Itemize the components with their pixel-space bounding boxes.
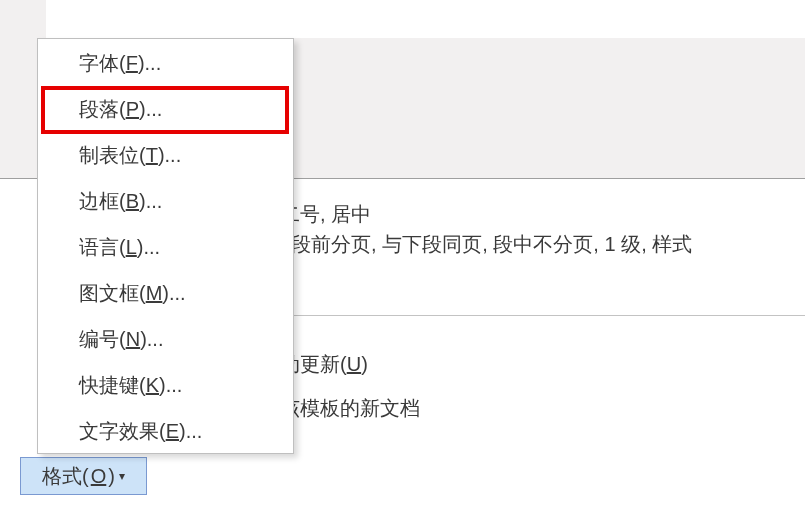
separator-line xyxy=(248,315,805,316)
format-button-label-post: ) xyxy=(108,465,115,488)
style-description-line-1: 整二号, 居中 xyxy=(260,201,805,228)
menu-item-border-hotkey: B xyxy=(126,190,139,213)
auto-update-label-post: ) xyxy=(361,353,368,375)
based-on-option[interactable]: 于该模板的新文档 xyxy=(260,395,805,422)
menu-item-font-post: )... xyxy=(138,52,161,75)
menu-item-text-effects[interactable]: 文字效果(E)... xyxy=(39,409,292,453)
auto-update-hotkey: U xyxy=(347,353,361,375)
menu-item-frame-pre: 图文框( xyxy=(79,280,146,307)
style-description-line-2: 行, 段前分页, 与下段同页, 段中不分页, 1 级, 样式 xyxy=(260,231,805,258)
menu-item-border-pre: 边框( xyxy=(79,188,126,215)
menu-item-language-post: )... xyxy=(137,236,160,259)
menu-item-border-post: )... xyxy=(139,190,162,213)
menu-item-numbering-post: )... xyxy=(140,328,163,351)
menu-item-language[interactable]: 语言(L)... xyxy=(39,225,292,269)
menu-item-numbering[interactable]: 编号(N)... xyxy=(39,317,292,361)
document-area xyxy=(46,0,805,38)
menu-item-font-pre: 字体( xyxy=(79,50,126,77)
highlight-paragraph-item xyxy=(41,86,289,134)
menu-item-shortcut-post: )... xyxy=(159,374,182,397)
auto-update-option[interactable]: 自动更新(U) xyxy=(260,351,805,378)
menu-item-frame-post: )... xyxy=(162,282,185,305)
format-button[interactable]: 格式(O) ▾ xyxy=(20,457,147,495)
menu-item-shortcut-hotkey: K xyxy=(146,374,159,397)
menu-item-frame[interactable]: 图文框(M)... xyxy=(39,271,292,315)
menu-item-text-effects-post: )... xyxy=(179,420,202,443)
menu-item-tabs-hotkey: T xyxy=(146,144,158,167)
menu-item-border[interactable]: 边框(B)... xyxy=(39,179,292,223)
menu-item-language-pre: 语言( xyxy=(79,234,126,261)
format-button-label-pre: 格式( xyxy=(42,463,89,490)
menu-item-tabs-pre: 制表位( xyxy=(79,142,146,169)
menu-item-shortcut-pre: 快捷键( xyxy=(79,372,146,399)
menu-item-text-effects-hotkey: E xyxy=(166,420,179,443)
menu-item-numbering-hotkey: N xyxy=(126,328,140,351)
menu-item-tabs-post: )... xyxy=(158,144,181,167)
menu-item-font-hotkey: F xyxy=(126,52,138,75)
menu-item-frame-hotkey: M xyxy=(146,282,163,305)
menu-item-shortcut[interactable]: 快捷键(K)... xyxy=(39,363,292,407)
chevron-down-icon: ▾ xyxy=(119,469,125,483)
menu-item-numbering-pre: 编号( xyxy=(79,326,126,353)
menu-item-language-hotkey: L xyxy=(126,236,137,259)
menu-item-tabs[interactable]: 制表位(T)... xyxy=(39,133,292,177)
menu-item-text-effects-pre: 文字效果( xyxy=(79,418,166,445)
format-button-hotkey: O xyxy=(91,465,107,488)
menu-item-font[interactable]: 字体(F)... xyxy=(39,41,292,85)
